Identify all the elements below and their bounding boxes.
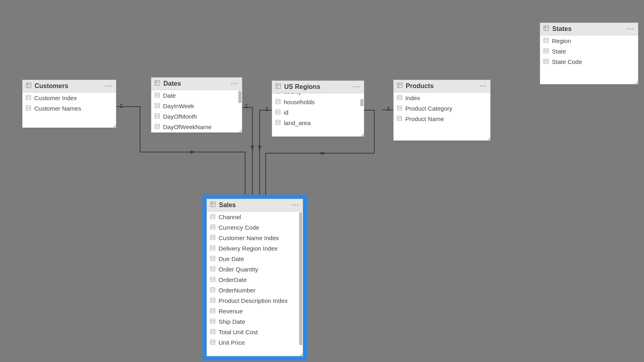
- field-row[interactable]: Channel: [207, 212, 303, 222]
- field-row[interactable]: OrderDate: [207, 274, 303, 285]
- field-row[interactable]: Ship Date: [207, 316, 303, 327]
- field-row[interactable]: Product Name: [394, 113, 490, 124]
- scrollbar-thumb[interactable]: [360, 99, 363, 106]
- field-icon: [210, 234, 215, 241]
- svg-rect-91: [211, 288, 215, 292]
- svg-rect-103: [211, 329, 215, 334]
- field-row[interactable]: Product Category: [394, 103, 490, 113]
- field-icon: [210, 266, 215, 273]
- field-icon: [210, 214, 215, 220]
- field-row[interactable]: Unit Price: [207, 337, 303, 348]
- table-menu-icon[interactable]: ···: [231, 80, 239, 87]
- svg-rect-13: [155, 80, 160, 85]
- field-icon: [155, 113, 160, 120]
- table-customers[interactable]: Customers ··· Customer Index Customer Na…: [22, 80, 116, 128]
- field-row[interactable]: Customer Name Index: [207, 232, 303, 243]
- svg-rect-49: [397, 106, 402, 110]
- field-icon: [210, 255, 215, 262]
- table-header[interactable]: Sales ···: [207, 199, 303, 212]
- field-row[interactable]: land_area: [272, 117, 364, 128]
- field-icon: [543, 37, 549, 44]
- field-row[interactable]: Due Date: [207, 253, 303, 264]
- field-row[interactable]: Customer Names: [23, 103, 116, 113]
- field-row[interactable]: county: [272, 93, 364, 97]
- table-menu-icon[interactable]: ···: [105, 82, 113, 90]
- table-icon: [26, 82, 31, 90]
- scrollbar-thumb[interactable]: [299, 212, 302, 345]
- field-label: county: [284, 93, 301, 95]
- field-icon: [155, 103, 160, 109]
- svg-rect-37: [276, 110, 280, 114]
- field-row[interactable]: Product Description Index: [207, 295, 303, 306]
- field-icon: [210, 308, 215, 315]
- field-label: OrderNumber: [219, 287, 256, 294]
- table-title: Products: [406, 82, 433, 90]
- resize-handle[interactable]: [486, 136, 490, 140]
- field-icon: [155, 92, 160, 99]
- table-title: States: [552, 25, 572, 33]
- field-row[interactable]: Order Quantity: [207, 264, 303, 274]
- table-title: Sales: [219, 202, 236, 209]
- scrollbar-thumb[interactable]: [238, 91, 242, 103]
- svg-rect-76: [211, 235, 215, 240]
- table-menu-icon[interactable]: ···: [292, 202, 299, 209]
- field-row[interactable]: State: [540, 46, 638, 56]
- field-label: DayOfWeekName: [163, 123, 212, 130]
- field-row[interactable]: DayOfMonth: [151, 111, 242, 121]
- field-row[interactable]: id: [272, 107, 364, 117]
- field-row[interactable]: Delivery Region Index: [207, 243, 303, 253]
- resize-handle[interactable]: [634, 80, 638, 84]
- resize-handle[interactable]: [299, 352, 303, 356]
- cardinality-label: 1: [265, 105, 268, 112]
- table-menu-icon[interactable]: ···: [479, 82, 487, 90]
- table-header[interactable]: Dates ···: [151, 78, 242, 90]
- field-row[interactable]: Total Unit Cost: [207, 327, 303, 337]
- field-label: DayOfMonth: [163, 113, 197, 120]
- table-header[interactable]: States ···: [540, 23, 638, 35]
- table-dates[interactable]: Dates ··· Date DayInWeek DayOfMonth DayO…: [151, 77, 242, 133]
- field-icon: [155, 123, 160, 130]
- field-icon: [210, 329, 215, 335]
- field-label: Delivery Region Index: [219, 245, 278, 252]
- table-header[interactable]: US Regions ···: [272, 81, 364, 93]
- table-usregions[interactable]: US Regions ··· county households id land…: [272, 80, 364, 137]
- field-row[interactable]: DayOfWeekName: [151, 121, 242, 132]
- field-label: DayInWeek: [163, 103, 194, 109]
- svg-rect-106: [211, 340, 215, 344]
- field-icon: [543, 58, 549, 65]
- svg-rect-67: [211, 202, 215, 207]
- table-menu-icon[interactable]: ···: [353, 83, 361, 90]
- field-row[interactable]: Region: [540, 35, 638, 46]
- table-icon: [543, 25, 549, 33]
- field-row[interactable]: Date: [151, 90, 242, 101]
- svg-rect-94: [211, 298, 215, 302]
- field-icon: [397, 95, 402, 101]
- table-products[interactable]: Products ··· Index Product Category Prod…: [393, 80, 491, 141]
- field-icon: [210, 276, 215, 283]
- table-header[interactable]: Customers ···: [23, 80, 116, 93]
- resize-handle[interactable]: [238, 128, 242, 132]
- field-row[interactable]: State Code: [540, 56, 638, 67]
- svg-rect-85: [211, 267, 215, 271]
- field-row[interactable]: OrderNumber: [207, 285, 303, 295]
- field-icon: [26, 95, 31, 101]
- field-row[interactable]: households: [272, 97, 364, 107]
- field-label: Order Quantity: [219, 266, 258, 273]
- table-header[interactable]: Products ···: [394, 80, 490, 93]
- table-sales[interactable]: Sales ··· Channel Currency Code Customer…: [206, 199, 303, 356]
- svg-rect-82: [211, 256, 215, 261]
- svg-rect-100: [211, 319, 215, 323]
- field-row[interactable]: DayInWeek: [151, 101, 242, 111]
- field-label: Product Category: [405, 105, 452, 112]
- field-row[interactable]: Index: [394, 93, 490, 103]
- resize-handle[interactable]: [112, 123, 116, 128]
- table-menu-icon[interactable]: ···: [627, 25, 635, 33]
- field-row[interactable]: Revenue: [207, 306, 303, 316]
- table-states[interactable]: States ··· Region State State Code: [540, 23, 638, 84]
- table-icon: [210, 202, 216, 209]
- field-label: households: [284, 99, 315, 105]
- field-icon: [210, 245, 215, 252]
- resize-handle[interactable]: [360, 132, 364, 136]
- field-row[interactable]: Currency Code: [207, 222, 303, 232]
- field-row[interactable]: Customer Index: [23, 93, 116, 103]
